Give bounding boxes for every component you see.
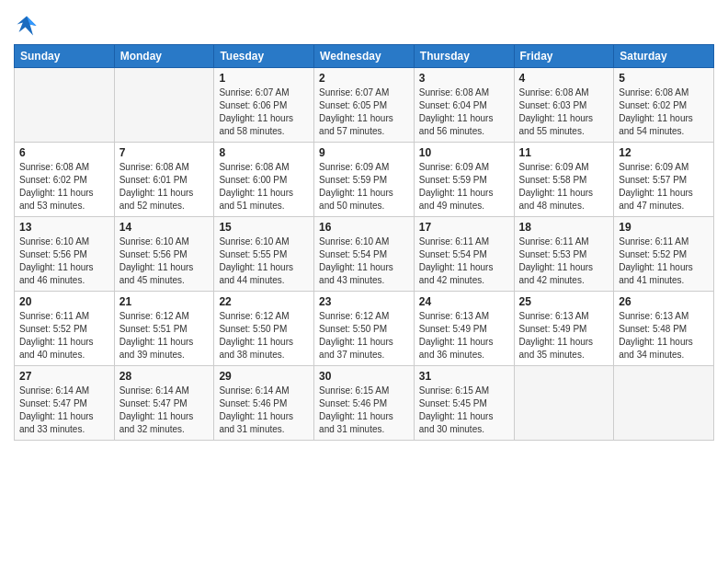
day-info: Sunrise: 6:10 AM Sunset: 5:55 PM Dayligh…	[219, 236, 309, 287]
calendar-cell: 11Sunrise: 6:09 AM Sunset: 5:58 PM Dayli…	[514, 143, 614, 217]
logo	[14, 13, 43, 39]
week-row-2: 13Sunrise: 6:10 AM Sunset: 5:56 PM Dayli…	[15, 217, 714, 292]
day-number: 22	[219, 295, 309, 308]
calendar-cell: 26Sunrise: 6:13 AM Sunset: 5:48 PM Dayli…	[614, 292, 714, 366]
calendar-cell: 6Sunrise: 6:08 AM Sunset: 6:02 PM Daylig…	[15, 143, 115, 217]
weekday-header-saturday: Saturday	[614, 45, 714, 68]
day-info: Sunrise: 6:14 AM Sunset: 5:47 PM Dayligh…	[119, 385, 210, 436]
calendar-cell	[614, 366, 714, 441]
day-info: Sunrise: 6:07 AM Sunset: 6:05 PM Dayligh…	[319, 86, 409, 138]
day-info: Sunrise: 6:11 AM Sunset: 5:52 PM Dayligh…	[619, 236, 709, 287]
calendar-cell: 22Sunrise: 6:12 AM Sunset: 5:50 PM Dayli…	[214, 292, 314, 366]
day-info: Sunrise: 6:11 AM Sunset: 5:52 PM Dayligh…	[19, 310, 109, 362]
day-info: Sunrise: 6:13 AM Sunset: 5:49 PM Dayligh…	[419, 310, 509, 362]
calendar-cell: 9Sunrise: 6:09 AM Sunset: 5:59 PM Daylig…	[314, 143, 415, 217]
day-number: 9	[319, 146, 409, 159]
day-number: 29	[219, 370, 309, 383]
day-number: 14	[119, 221, 210, 234]
calendar-cell: 21Sunrise: 6:12 AM Sunset: 5:51 PM Dayli…	[114, 292, 214, 366]
calendar-cell: 18Sunrise: 6:11 AM Sunset: 5:53 PM Dayli…	[514, 217, 614, 292]
calendar-cell: 31Sunrise: 6:15 AM Sunset: 5:45 PM Dayli…	[414, 366, 514, 441]
day-number: 2	[319, 72, 409, 85]
day-number: 25	[519, 295, 609, 308]
calendar-cell: 12Sunrise: 6:09 AM Sunset: 5:57 PM Dayli…	[614, 143, 714, 217]
day-info: Sunrise: 6:09 AM Sunset: 5:59 PM Dayligh…	[419, 161, 509, 213]
day-number: 20	[19, 295, 109, 308]
day-number: 30	[319, 370, 409, 383]
header	[14, 9, 714, 39]
calendar-cell: 15Sunrise: 6:10 AM Sunset: 5:55 PM Dayli…	[214, 217, 314, 292]
day-info: Sunrise: 6:14 AM Sunset: 5:47 PM Dayligh…	[19, 385, 109, 436]
day-number: 21	[119, 295, 210, 308]
day-number: 18	[519, 221, 609, 234]
logo-icon	[14, 13, 40, 39]
weekday-header-row: SundayMondayTuesdayWednesdayThursdayFrid…	[15, 45, 714, 68]
week-row-1: 6Sunrise: 6:08 AM Sunset: 6:02 PM Daylig…	[15, 143, 714, 217]
weekday-header-sunday: Sunday	[15, 45, 115, 68]
day-number: 10	[419, 146, 509, 159]
day-info: Sunrise: 6:12 AM Sunset: 5:50 PM Dayligh…	[319, 310, 409, 362]
day-number: 12	[619, 146, 709, 159]
day-number: 27	[19, 370, 109, 383]
calendar-cell: 4Sunrise: 6:08 AM Sunset: 6:03 PM Daylig…	[514, 68, 614, 143]
calendar-cell	[114, 68, 214, 143]
day-info: Sunrise: 6:08 AM Sunset: 6:03 PM Dayligh…	[519, 86, 609, 138]
calendar-cell: 19Sunrise: 6:11 AM Sunset: 5:52 PM Dayli…	[614, 217, 714, 292]
day-info: Sunrise: 6:10 AM Sunset: 5:56 PM Dayligh…	[19, 236, 109, 287]
day-info: Sunrise: 6:13 AM Sunset: 5:48 PM Dayligh…	[619, 310, 709, 362]
day-info: Sunrise: 6:15 AM Sunset: 5:46 PM Dayligh…	[319, 385, 409, 436]
day-number: 24	[419, 295, 509, 308]
calendar-cell: 1Sunrise: 6:07 AM Sunset: 6:06 PM Daylig…	[214, 68, 314, 143]
weekday-header-thursday: Thursday	[414, 45, 514, 68]
day-info: Sunrise: 6:09 AM Sunset: 5:57 PM Dayligh…	[619, 161, 709, 213]
day-info: Sunrise: 6:08 AM Sunset: 6:04 PM Dayligh…	[419, 86, 509, 138]
day-info: Sunrise: 6:08 AM Sunset: 6:00 PM Dayligh…	[219, 161, 309, 213]
calendar-cell: 5Sunrise: 6:08 AM Sunset: 6:02 PM Daylig…	[614, 68, 714, 143]
calendar-cell: 25Sunrise: 6:13 AM Sunset: 5:49 PM Dayli…	[514, 292, 614, 366]
calendar-cell	[15, 68, 115, 143]
day-info: Sunrise: 6:15 AM Sunset: 5:45 PM Dayligh…	[419, 385, 509, 436]
day-number: 6	[19, 146, 109, 159]
calendar-cell: 3Sunrise: 6:08 AM Sunset: 6:04 PM Daylig…	[414, 68, 514, 143]
day-info: Sunrise: 6:09 AM Sunset: 5:58 PM Dayligh…	[519, 161, 609, 213]
day-info: Sunrise: 6:12 AM Sunset: 5:51 PM Dayligh…	[119, 310, 210, 362]
day-info: Sunrise: 6:08 AM Sunset: 6:02 PM Dayligh…	[619, 86, 709, 138]
day-number: 26	[619, 295, 709, 308]
day-info: Sunrise: 6:10 AM Sunset: 5:56 PM Dayligh…	[119, 236, 210, 287]
calendar-cell: 24Sunrise: 6:13 AM Sunset: 5:49 PM Dayli…	[414, 292, 514, 366]
calendar-cell: 16Sunrise: 6:10 AM Sunset: 5:54 PM Dayli…	[314, 217, 415, 292]
calendar-cell: 20Sunrise: 6:11 AM Sunset: 5:52 PM Dayli…	[15, 292, 115, 366]
day-number: 8	[219, 146, 309, 159]
day-info: Sunrise: 6:08 AM Sunset: 6:01 PM Dayligh…	[119, 161, 210, 213]
calendar-cell: 2Sunrise: 6:07 AM Sunset: 6:05 PM Daylig…	[314, 68, 415, 143]
weekday-header-friday: Friday	[514, 45, 614, 68]
day-number: 1	[219, 72, 309, 85]
day-number: 17	[419, 221, 509, 234]
day-info: Sunrise: 6:13 AM Sunset: 5:49 PM Dayligh…	[519, 310, 609, 362]
day-number: 3	[419, 72, 509, 85]
day-number: 11	[519, 146, 609, 159]
day-info: Sunrise: 6:09 AM Sunset: 5:59 PM Dayligh…	[319, 161, 409, 213]
day-number: 28	[119, 370, 210, 383]
day-info: Sunrise: 6:14 AM Sunset: 5:46 PM Dayligh…	[219, 385, 309, 436]
day-info: Sunrise: 6:11 AM Sunset: 5:54 PM Dayligh…	[419, 236, 509, 287]
day-number: 4	[519, 72, 609, 85]
day-info: Sunrise: 6:11 AM Sunset: 5:53 PM Dayligh…	[519, 236, 609, 287]
calendar-cell: 13Sunrise: 6:10 AM Sunset: 5:56 PM Dayli…	[15, 217, 115, 292]
calendar-cell	[514, 366, 614, 441]
day-number: 19	[619, 221, 709, 234]
calendar-cell: 14Sunrise: 6:10 AM Sunset: 5:56 PM Dayli…	[114, 217, 214, 292]
calendar-cell: 23Sunrise: 6:12 AM Sunset: 5:50 PM Dayli…	[314, 292, 415, 366]
calendar-cell: 27Sunrise: 6:14 AM Sunset: 5:47 PM Dayli…	[15, 366, 115, 441]
calendar-cell: 29Sunrise: 6:14 AM Sunset: 5:46 PM Dayli…	[214, 366, 314, 441]
day-number: 5	[619, 72, 709, 85]
day-info: Sunrise: 6:08 AM Sunset: 6:02 PM Dayligh…	[19, 161, 109, 213]
day-number: 31	[419, 370, 509, 383]
day-number: 7	[119, 146, 210, 159]
day-number: 16	[319, 221, 409, 234]
week-row-0: 1Sunrise: 6:07 AM Sunset: 6:06 PM Daylig…	[15, 68, 714, 143]
day-number: 23	[319, 295, 409, 308]
calendar-cell: 17Sunrise: 6:11 AM Sunset: 5:54 PM Dayli…	[414, 217, 514, 292]
day-info: Sunrise: 6:12 AM Sunset: 5:50 PM Dayligh…	[219, 310, 309, 362]
weekday-header-monday: Monday	[114, 45, 214, 68]
